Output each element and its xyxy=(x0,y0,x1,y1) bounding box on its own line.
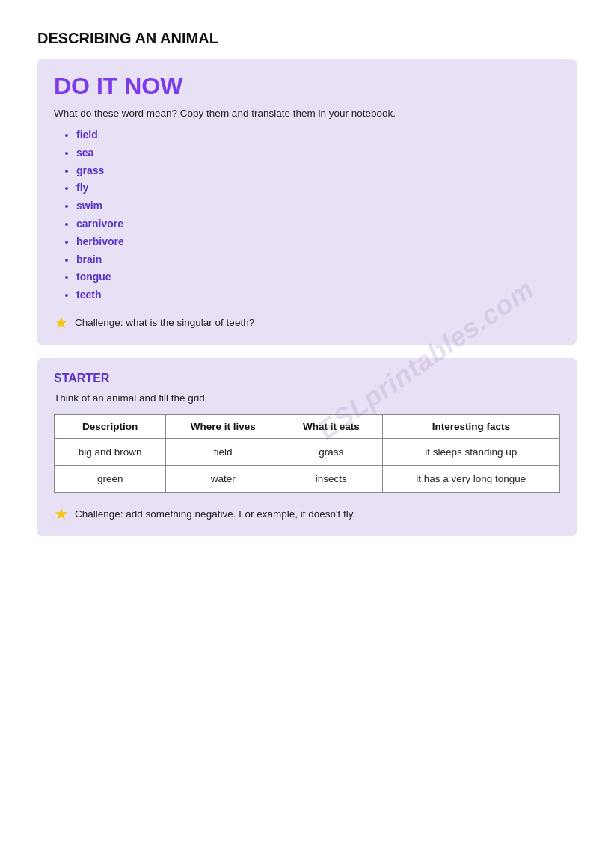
do-it-now-instruction: What do these word mean? Copy them and t… xyxy=(54,108,560,119)
table-row: green water insects it has a very long t… xyxy=(55,465,560,492)
row2-where: water xyxy=(166,465,280,492)
starter-challenge-row: ★ Challenge: add something negative. For… xyxy=(54,506,560,523)
row1-facts: it sleeps standing up xyxy=(382,438,559,465)
col-header-description: Description xyxy=(55,414,166,438)
vocab-item: herbivore xyxy=(76,233,560,251)
table-row: big and brown field grass it sleeps stan… xyxy=(55,438,560,465)
do-it-now-title: DO IT NOW xyxy=(54,73,560,100)
starter-challenge-text: Challenge: add something negative. For e… xyxy=(75,508,355,520)
vocab-item: tongue xyxy=(76,268,560,286)
col-header-facts: Interesting facts xyxy=(382,414,559,438)
vocab-list: field sea grass fly swim carnivore herbi… xyxy=(54,126,560,304)
row2-eats: insects xyxy=(280,465,382,492)
col-header-where: Where it lives xyxy=(166,414,280,438)
do-it-now-challenge-text: Challenge: what is the singular of teeth… xyxy=(75,317,254,328)
star-icon: ★ xyxy=(54,506,69,523)
starter-instruction: Think of an animal and fill the grid. xyxy=(54,393,560,404)
vocab-item: brain xyxy=(76,251,560,269)
animal-grid-table: Description Where it lives What it eats … xyxy=(54,414,560,493)
vocab-item: fly xyxy=(76,179,560,197)
do-it-now-section: DO IT NOW What do these word mean? Copy … xyxy=(37,59,577,345)
starter-title: STARTER xyxy=(54,372,560,385)
page-title: DESCRIBING AN ANIMAL xyxy=(37,30,577,47)
row2-facts: it has a very long tongue xyxy=(382,465,559,492)
vocab-item: sea xyxy=(76,144,560,162)
vocab-item: swim xyxy=(76,197,560,215)
starter-section: STARTER Think of an animal and fill the … xyxy=(37,358,577,536)
vocab-item: carnivore xyxy=(76,215,560,233)
vocab-item: teeth xyxy=(76,286,560,304)
vocab-item: grass xyxy=(76,162,560,180)
col-header-eats: What it eats xyxy=(280,414,382,438)
do-it-now-challenge-row: ★ Challenge: what is the singular of tee… xyxy=(54,315,560,331)
row1-eats: grass xyxy=(280,438,382,465)
row2-description: green xyxy=(55,465,166,492)
row1-description: big and brown xyxy=(55,438,166,465)
vocab-item: field xyxy=(76,126,560,144)
row1-where: field xyxy=(166,438,280,465)
star-icon: ★ xyxy=(54,315,69,331)
